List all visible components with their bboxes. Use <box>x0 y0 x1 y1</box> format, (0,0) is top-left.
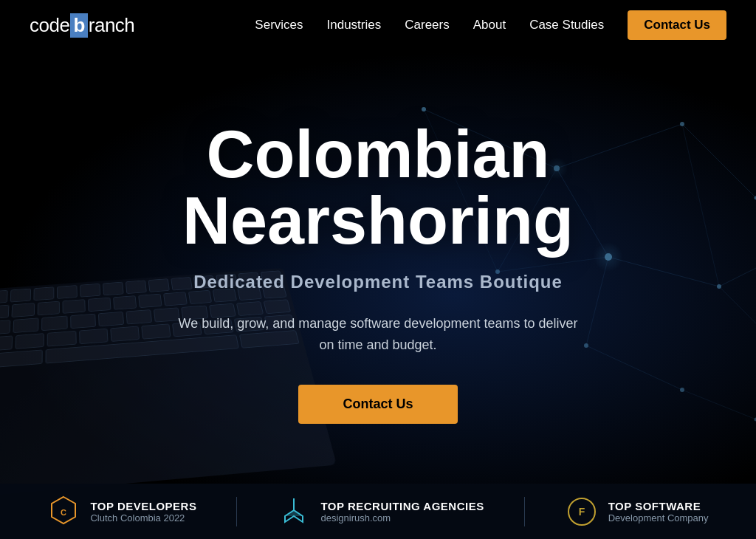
svg-marker-33 <box>285 510 303 516</box>
nav-careers[interactable]: Careers <box>405 18 449 32</box>
svg-point-16 <box>422 107 426 111</box>
svg-text:C: C <box>61 508 66 517</box>
badge-designrush: TOP RECRUITING AGENCIES designirush.com <box>237 495 524 528</box>
clutch-text: TOP DEVELOPERS Clutch Colombia 2022 <box>90 500 196 523</box>
hero-title-line2: Nearshoring <box>182 184 574 258</box>
hero-section: Colombian Nearshoring Dedicated Developm… <box>0 50 756 539</box>
svg-point-21 <box>717 284 721 289</box>
software-title: TOP SOFTWARE <box>608 500 709 512</box>
badge-clutch: C TOP DEVELOPERS Clutch Colombia 2022 <box>7 495 237 528</box>
hero-title-line1: Colombian <box>207 117 550 191</box>
nav-industries[interactable]: Industries <box>327 18 382 32</box>
svg-point-25 <box>680 388 684 392</box>
logo-b-wrapper: b <box>70 13 87 38</box>
svg-line-2 <box>682 124 756 198</box>
hero-description: We build, grow, and manage software deve… <box>171 313 585 356</box>
designrush-title: TOP RECRUITING AGENCIES <box>320 500 484 512</box>
nav-case-studies[interactable]: Case Studies <box>529 18 604 32</box>
svg-line-5 <box>719 257 756 286</box>
hero-content: Colombian Nearshoring Dedicated Developm… <box>142 121 614 425</box>
svg-point-18 <box>680 122 684 126</box>
software-icon: F <box>566 495 598 528</box>
badges-bar: C TOP DEVELOPERS Clutch Colombia 2022 TO… <box>0 484 756 539</box>
clutch-title: TOP DEVELOPERS <box>90 500 196 512</box>
clutch-subtitle: Clutch Colombia 2022 <box>90 512 196 523</box>
site-header: codebranch Services Industries Careers A… <box>0 0 756 50</box>
site-logo[interactable]: codebranch <box>30 13 134 38</box>
software-subtitle: Development Company <box>608 512 709 523</box>
svg-line-8 <box>682 124 719 286</box>
nav-contact-button[interactable]: Contact Us <box>628 10 726 40</box>
hero-title: Colombian Nearshoring <box>171 121 585 254</box>
hero-contact-button[interactable]: Contact Us <box>298 385 457 424</box>
hero-subtitle: Dedicated Development Teams Boutique <box>171 272 585 292</box>
designrush-subtitle: designirush.com <box>320 512 484 523</box>
svg-line-4 <box>608 257 719 286</box>
svg-text:F: F <box>578 506 585 518</box>
designrush-text: TOP RECRUITING AGENCIES designirush.com <box>320 500 484 523</box>
svg-line-13 <box>682 390 756 419</box>
logo-code: code <box>30 14 69 37</box>
logo-b: b <box>73 14 84 37</box>
svg-line-15 <box>719 286 756 346</box>
main-nav: Services Industries Careers About Case S… <box>255 10 726 40</box>
logo-ranch: ranch <box>89 14 135 37</box>
badge-software: F TOP SOFTWARE Development Company <box>525 495 749 528</box>
nav-about[interactable]: About <box>473 18 506 32</box>
nav-services[interactable]: Services <box>255 18 303 32</box>
clutch-icon: C <box>47 495 80 528</box>
designrush-icon <box>278 495 310 528</box>
software-text: TOP SOFTWARE Development Company <box>608 500 709 523</box>
